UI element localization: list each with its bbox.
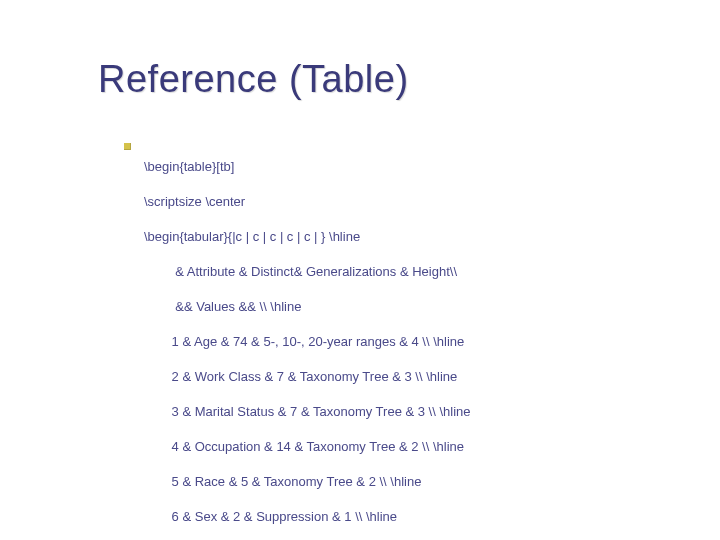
code-line: && Values && \\ \hline xyxy=(144,298,660,316)
code-line: 6 & Sex & 2 & Suppression & 1 \\ \hline xyxy=(144,508,660,526)
slide: Reference (Table) \begin{table}[tb] \scr… xyxy=(0,0,720,540)
code-line: \begin{table}[tb] xyxy=(144,158,660,176)
code-line: 4 & Occupation & 14 & Taxonomy Tree & 2 … xyxy=(144,438,660,456)
latex-code-block: \begin{table}[tb] \scriptsize \center \b… xyxy=(144,140,660,540)
code-line: & Attribute & Distinct& Generalizations … xyxy=(144,263,660,281)
code-line: 5 & Race & 5 & Taxonomy Tree & 2 \\ \hli… xyxy=(144,473,660,491)
code-line: 1 & Age & 74 & 5-, 10-, 20-year ranges &… xyxy=(144,333,660,351)
page-title: Reference (Table) xyxy=(98,58,409,101)
code-line: \begin{tabular}{|c | c | c | c | c | } \… xyxy=(144,228,660,246)
code-line: 3 & Marital Status & 7 & Taxonomy Tree &… xyxy=(144,403,660,421)
code-line: \scriptsize \center xyxy=(144,193,660,211)
code-line: 2 & Work Class & 7 & Taxonomy Tree & 3 \… xyxy=(144,368,660,386)
bullet-icon xyxy=(124,143,131,150)
